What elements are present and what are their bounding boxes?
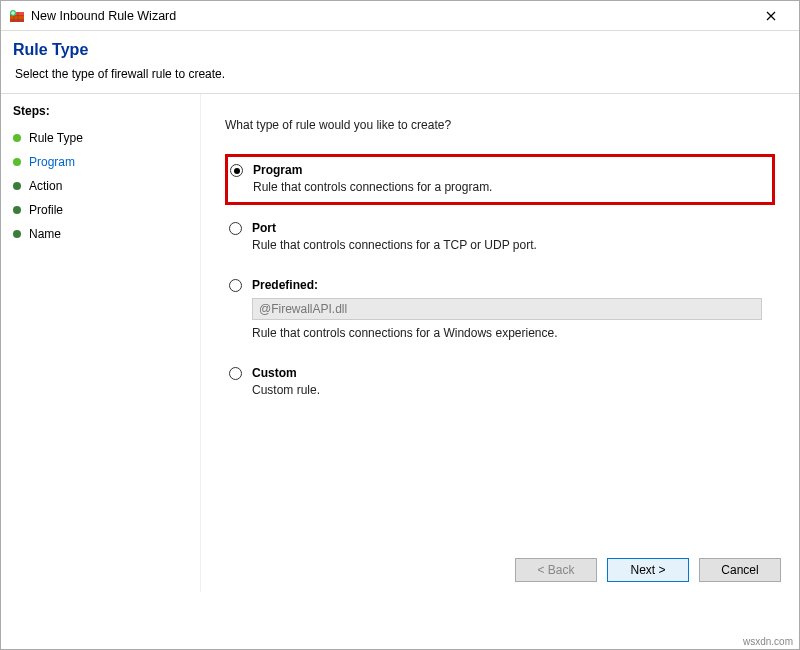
option-desc: Rule that controls connections for a pro… — [253, 180, 766, 194]
close-button[interactable] — [751, 2, 791, 30]
prompt-text: What type of rule would you like to crea… — [225, 118, 775, 132]
steps-sidebar: Steps: Rule Type Program Action Profile … — [1, 94, 201, 592]
radio-predefined[interactable] — [229, 279, 242, 292]
option-desc: Custom rule. — [252, 383, 767, 397]
dropdown-value: @FirewallAPI.dll — [259, 302, 347, 316]
window-title: New Inbound Rule Wizard — [31, 9, 751, 23]
step-name[interactable]: Name — [13, 222, 188, 246]
next-button[interactable]: Next > — [607, 558, 689, 582]
steps-heading: Steps: — [13, 104, 188, 118]
step-bullet-icon — [13, 230, 21, 238]
predefined-dropdown[interactable]: @FirewallAPI.dll — [252, 298, 762, 320]
option-desc: Rule that controls connections for a TCP… — [252, 238, 767, 252]
step-bullet-icon — [13, 206, 21, 214]
option-program[interactable]: Program Rule that controls connections f… — [225, 154, 775, 205]
step-label: Program — [29, 155, 75, 169]
wizard-header: Rule Type Select the type of firewall ru… — [1, 31, 799, 93]
step-bullet-icon — [13, 134, 21, 142]
main-panel: What type of rule would you like to crea… — [201, 94, 799, 592]
radio-port[interactable] — [229, 222, 242, 235]
option-desc: Rule that controls connections for a Win… — [252, 326, 767, 340]
step-profile[interactable]: Profile — [13, 198, 188, 222]
step-label: Action — [29, 179, 62, 193]
cancel-button[interactable]: Cancel — [699, 558, 781, 582]
step-label: Rule Type — [29, 131, 83, 145]
option-title: Program — [253, 163, 766, 177]
option-predefined[interactable]: Predefined: @FirewallAPI.dll Rule that c… — [225, 270, 775, 350]
svg-rect-2 — [10, 16, 24, 19]
step-program[interactable]: Program — [13, 150, 188, 174]
back-button: < Back — [515, 558, 597, 582]
radio-program[interactable] — [230, 164, 243, 177]
firewall-icon — [9, 8, 25, 24]
radio-custom[interactable] — [229, 367, 242, 380]
titlebar: New Inbound Rule Wizard — [1, 1, 799, 31]
step-rule-type[interactable]: Rule Type — [13, 126, 188, 150]
step-label: Profile — [29, 203, 63, 217]
wizard-buttons: < Back Next > Cancel — [515, 558, 781, 582]
page-title: Rule Type — [13, 41, 787, 59]
page-subtitle: Select the type of firewall rule to crea… — [15, 67, 787, 81]
option-title: Port — [252, 221, 767, 235]
option-title: Custom — [252, 366, 767, 380]
option-custom[interactable]: Custom Custom rule. — [225, 358, 775, 407]
step-bullet-icon — [13, 158, 21, 166]
step-bullet-icon — [13, 182, 21, 190]
step-action[interactable]: Action — [13, 174, 188, 198]
step-label: Name — [29, 227, 61, 241]
option-title: Predefined: — [252, 278, 767, 292]
watermark-text: wsxdn.com — [743, 636, 793, 647]
option-port[interactable]: Port Rule that controls connections for … — [225, 213, 775, 262]
